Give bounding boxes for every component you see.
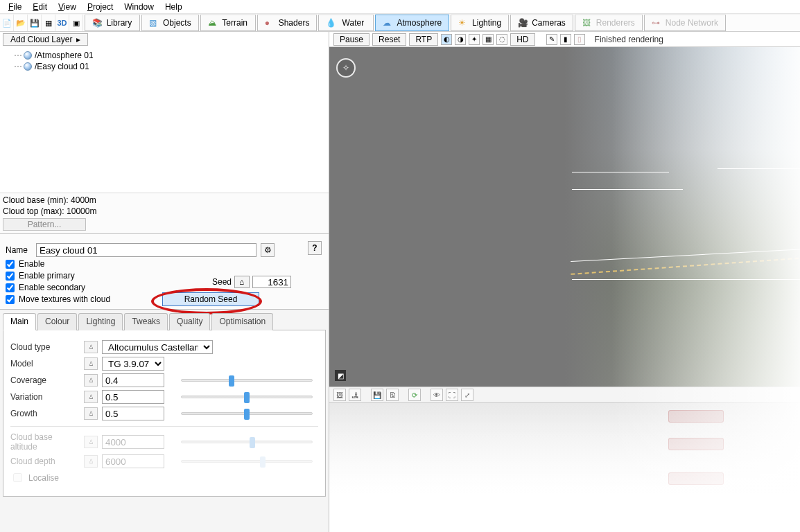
expand-icon[interactable]: ⤢ [461, 389, 473, 401]
category-node-network[interactable]: ⊶ Node Network [644, 15, 726, 31]
sun-icon: ☀ [458, 18, 468, 28]
exposure-icon[interactable]: ◩ [335, 370, 346, 381]
menu-file[interactable]: File [3, 1, 27, 13]
growth-slider[interactable] [181, 412, 313, 415]
localise-checkbox [13, 473, 22, 482]
crop-icon[interactable]: ⛶ [446, 389, 458, 401]
rtp-button[interactable]: RTP [409, 33, 438, 46]
layout-icon[interactable]: ▦ [42, 15, 55, 31]
menu-view[interactable]: View [53, 1, 82, 13]
refresh-icon[interactable]: ⟳ [408, 389, 421, 401]
enable-label: Enable [19, 259, 44, 269]
open-file-icon[interactable]: 📂 [14, 15, 28, 31]
render-opt2-icon[interactable]: ◑ [455, 34, 466, 45]
expr-button[interactable]: ⩟ [84, 407, 98, 420]
category-lighting[interactable]: ☀ Lighting [451, 15, 509, 31]
render-opt1-icon[interactable]: ◐ [441, 34, 452, 45]
render-opt3-icon[interactable]: ✦ [469, 34, 480, 45]
view-copy-icon[interactable]: 🖻 [386, 389, 399, 401]
category-renderers-label: Renderers [596, 18, 635, 28]
menu-edit[interactable]: Edit [27, 1, 53, 13]
enable-secondary-checkbox[interactable] [6, 283, 15, 292]
cloud-depth-input [102, 454, 164, 468]
seed-expr-button[interactable]: ⩟ [234, 276, 250, 288]
variation-input[interactable] [102, 390, 164, 404]
expr-button[interactable]: ⩟ [84, 391, 98, 403]
dropdown-arrow-icon: ▸ [76, 35, 80, 44]
render-view[interactable]: ✧ ◩ [329, 47, 800, 387]
category-objects[interactable]: ▧ Objects [141, 15, 199, 31]
tree-item-easy-cloud[interactable]: ⋯ /Easy cloud 01 [4, 61, 324, 72]
cloud-depth-slider [181, 460, 313, 463]
image-icon: 🖼 [582, 18, 592, 28]
cloud-top-text: Cloud top (max): 10000m [3, 206, 326, 217]
cloud-base-alt-input [102, 435, 164, 449]
view-image2-icon[interactable]: 🏞 [349, 389, 361, 401]
pause-button[interactable]: Pause [333, 33, 369, 46]
cloud-base-alt-label: Cloud base altitude [10, 432, 80, 452]
move-textures-checkbox[interactable] [6, 295, 15, 304]
tab-optimisation[interactable]: Optimisation [211, 313, 273, 330]
tool-paint-icon[interactable]: ▮ [560, 34, 571, 45]
view-3d-icon[interactable]: 3D [55, 15, 69, 31]
pattern-button[interactable]: Pattern... [3, 218, 86, 231]
right-pane: ✧ ◩ 🖼 🏞 💾 🖻 ⟳ 👁 ⛶ ⤢ [329, 47, 800, 532]
network-icon[interactable]: ▣ [69, 15, 83, 31]
enable-checkbox[interactable] [6, 260, 15, 269]
menu-project[interactable]: Project [82, 1, 119, 13]
help-button[interactable]: ? [308, 241, 322, 255]
growth-label: Growth [10, 409, 80, 418]
render-opt4-icon[interactable]: ▦ [482, 34, 494, 45]
category-library[interactable]: 📚 Library [85, 15, 140, 31]
save-file-icon[interactable]: 💾 [28, 15, 42, 31]
add-cloud-layer-button[interactable]: Add Cloud Layer ▸ [3, 33, 88, 46]
tool-brush-icon[interactable]: ✎ [546, 34, 557, 45]
camera-icon: 🎥 [518, 18, 528, 28]
category-water[interactable]: 💧 Water [318, 15, 374, 31]
menu-window[interactable]: Window [119, 1, 159, 13]
tab-quality[interactable]: Quality [169, 313, 210, 330]
eye-icon[interactable]: 👁 [431, 389, 443, 401]
variation-slider[interactable] [181, 396, 313, 398]
name-input[interactable] [36, 243, 256, 257]
category-terrain[interactable]: ⛰ Terrain [200, 15, 256, 31]
category-atmosphere[interactable]: ☁ Atmosphere [375, 15, 449, 31]
tab-tweaks[interactable]: Tweaks [124, 313, 168, 330]
tab-lighting[interactable]: Lighting [78, 313, 123, 330]
tree-item-atmosphere[interactable]: ⋯ /Atmosphere 01 [4, 50, 324, 61]
settings-button[interactable]: ⚙ [261, 243, 275, 257]
node-network-view[interactable] [329, 403, 800, 532]
menu-help[interactable]: Help [159, 1, 188, 13]
tab-main[interactable]: Main [3, 313, 36, 330]
menu-bar: File Edit View Project Window Help [0, 0, 800, 14]
random-seed-button[interactable]: Random Seed [162, 292, 259, 306]
expr-button[interactable]: ⩟ [84, 374, 98, 387]
view-save-icon[interactable]: 💾 [371, 389, 383, 401]
model-select[interactable]: TG 3.9.07 [102, 357, 164, 371]
expr-button[interactable]: ⩟ [84, 341, 98, 353]
cube-icon: ▧ [149, 18, 159, 28]
growth-input[interactable] [102, 407, 164, 420]
expr-button[interactable]: ⩟ [84, 357, 98, 370]
cloud-type-select[interactable]: Altocumulus Castellanus [102, 340, 213, 354]
render-status: Finished rendering [595, 35, 663, 44]
enable-primary-checkbox[interactable] [6, 272, 15, 281]
view-image1-icon[interactable]: 🖼 [333, 389, 346, 401]
render-opt5-icon[interactable]: ◌ [496, 34, 507, 45]
hd-button[interactable]: HD [510, 33, 534, 46]
main-toolbar: 📄 📂 💾 ▦ 3D ▣ 📚 Library ▧ Objects ⛰ Terra… [0, 14, 800, 32]
tool-crop-icon[interactable]: ▯ [574, 34, 585, 45]
new-file-icon[interactable]: 📄 [0, 15, 14, 31]
category-water-label: Water [340, 18, 366, 28]
tab-colour[interactable]: Colour [37, 313, 77, 330]
coverage-input[interactable] [102, 373, 164, 387]
category-cameras[interactable]: 🎥 Cameras [510, 15, 573, 31]
category-renderers[interactable]: 🖼 Renderers [575, 15, 643, 31]
reset-button[interactable]: Reset [372, 33, 406, 46]
sphere-node-icon [24, 62, 32, 71]
coverage-slider[interactable] [181, 379, 313, 382]
seed-input[interactable] [252, 276, 291, 288]
node-tree[interactable]: ⋯ /Atmosphere 01 ⋯ /Easy cloud 01 [0, 47, 329, 193]
overlay-guides [329, 47, 800, 387]
category-shaders[interactable]: ● Shaders [257, 15, 318, 31]
